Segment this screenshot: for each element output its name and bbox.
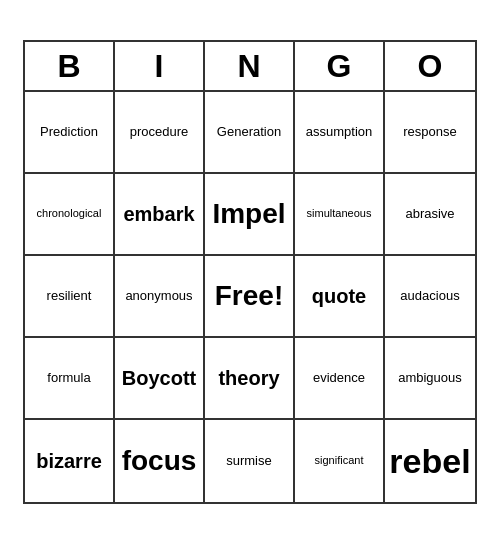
cell-text-3-4: ambiguous: [398, 370, 462, 386]
grid-cell-0-1: procedure: [115, 92, 205, 174]
grid-row-0: PredictionprocedureGenerationassumptionr…: [25, 92, 475, 174]
grid-row-1: chronologicalembarkImpelsimultaneousabra…: [25, 174, 475, 256]
cell-text-1-4: abrasive: [405, 206, 454, 222]
grid-cell-2-3: quote: [295, 256, 385, 338]
grid-cell-4-1: focus: [115, 420, 205, 502]
grid-cell-0-0: Prediction: [25, 92, 115, 174]
header-n-label: N: [237, 48, 260, 85]
grid-cell-4-3: significant: [295, 420, 385, 502]
cell-text-4-0: bizarre: [36, 449, 102, 473]
cell-text-1-2: Impel: [212, 197, 285, 231]
cell-text-0-1: procedure: [130, 124, 189, 140]
header-o-label: O: [418, 48, 443, 85]
bingo-card: B I N G O PredictionprocedureGenerationa…: [23, 40, 477, 504]
header-row: B I N G O: [25, 42, 475, 92]
grid-cell-1-0: chronological: [25, 174, 115, 256]
header-i: I: [115, 42, 205, 92]
grid-cell-0-4: response: [385, 92, 475, 174]
cell-text-2-2: Free!: [215, 279, 283, 313]
cell-text-0-4: response: [403, 124, 456, 140]
cell-text-4-4: rebel: [389, 441, 470, 482]
cell-text-2-4: audacious: [400, 288, 459, 304]
grid-cell-3-0: formula: [25, 338, 115, 420]
bingo-grid: PredictionprocedureGenerationassumptionr…: [25, 92, 475, 502]
cell-text-3-0: formula: [47, 370, 90, 386]
grid-cell-4-4: rebel: [385, 420, 475, 502]
cell-text-0-0: Prediction: [40, 124, 98, 140]
cell-text-0-3: assumption: [306, 124, 372, 140]
grid-row-4: bizarrefocussurmisesignificantrebel: [25, 420, 475, 502]
cell-text-1-3: simultaneous: [307, 207, 372, 220]
header-b: B: [25, 42, 115, 92]
grid-cell-1-4: abrasive: [385, 174, 475, 256]
header-b-label: B: [57, 48, 80, 85]
cell-text-4-1: focus: [122, 444, 197, 478]
grid-cell-3-1: Boycott: [115, 338, 205, 420]
cell-text-2-0: resilient: [47, 288, 92, 304]
grid-row-3: formulaBoycotttheoryevidenceambiguous: [25, 338, 475, 420]
grid-cell-4-0: bizarre: [25, 420, 115, 502]
cell-text-2-1: anonymous: [125, 288, 192, 304]
grid-row-2: resilientanonymousFree!quoteaudacious: [25, 256, 475, 338]
grid-cell-2-0: resilient: [25, 256, 115, 338]
header-g: G: [295, 42, 385, 92]
grid-cell-2-4: audacious: [385, 256, 475, 338]
cell-text-2-3: quote: [312, 284, 366, 308]
grid-cell-0-3: assumption: [295, 92, 385, 174]
cell-text-0-2: Generation: [217, 124, 281, 140]
cell-text-1-1: embark: [123, 202, 194, 226]
grid-cell-1-2: Impel: [205, 174, 295, 256]
grid-cell-4-2: surmise: [205, 420, 295, 502]
grid-cell-3-3: evidence: [295, 338, 385, 420]
grid-cell-0-2: Generation: [205, 92, 295, 174]
cell-text-3-3: evidence: [313, 370, 365, 386]
cell-text-4-2: surmise: [226, 453, 272, 469]
cell-text-4-3: significant: [315, 454, 364, 467]
grid-cell-1-3: simultaneous: [295, 174, 385, 256]
header-g-label: G: [327, 48, 352, 85]
header-n: N: [205, 42, 295, 92]
grid-cell-1-1: embark: [115, 174, 205, 256]
grid-cell-3-2: theory: [205, 338, 295, 420]
header-o: O: [385, 42, 475, 92]
cell-text-3-1: Boycott: [122, 366, 196, 390]
grid-cell-2-2: Free!: [205, 256, 295, 338]
grid-cell-3-4: ambiguous: [385, 338, 475, 420]
cell-text-1-0: chronological: [37, 207, 102, 220]
grid-cell-2-1: anonymous: [115, 256, 205, 338]
header-i-label: I: [155, 48, 164, 85]
cell-text-3-2: theory: [218, 366, 279, 390]
